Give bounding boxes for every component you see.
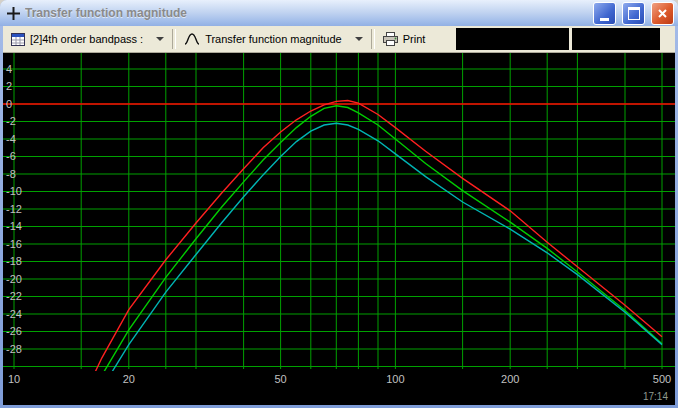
view-combobox[interactable]: Transfer function magnitude [179, 28, 368, 50]
svg-text:-24: -24 [6, 308, 22, 320]
toolbar-separator [172, 29, 176, 49]
svg-text:-26: -26 [6, 325, 22, 337]
svg-text:-18: -18 [6, 255, 22, 267]
project-combobox[interactable]: [2]4th order bandpass : [6, 28, 169, 50]
svg-text:-10: -10 [6, 185, 22, 197]
minimize-icon [600, 18, 609, 21]
window-title: Transfer function magnitude [25, 6, 587, 20]
svg-text:-16: -16 [6, 238, 22, 250]
print-button[interactable]: Print [378, 28, 431, 50]
svg-text:2: 2 [6, 80, 12, 92]
chevron-down-icon [355, 37, 363, 41]
svg-text:-4: -4 [6, 133, 16, 145]
svg-text:4: 4 [6, 63, 12, 75]
toolbar-display-panel [456, 28, 569, 50]
svg-text:-2: -2 [6, 115, 16, 127]
svg-text:10: 10 [8, 373, 20, 385]
crosshair-icon [7, 7, 20, 20]
maximize-button[interactable] [622, 2, 645, 25]
svg-text:-14: -14 [6, 220, 22, 232]
toolbar-display-panels [456, 28, 660, 50]
titlebar[interactable]: Transfer function magnitude [0, 0, 678, 26]
svg-text:-12: -12 [6, 203, 22, 215]
clock-text: 17:14 [643, 391, 668, 402]
close-button[interactable] [651, 2, 674, 25]
svg-text:20: 20 [123, 373, 135, 385]
waveform-icon [184, 32, 200, 46]
svg-text:-28: -28 [6, 343, 22, 355]
chevron-down-icon [156, 37, 164, 41]
close-icon [657, 8, 668, 19]
maximize-icon [628, 7, 640, 20]
grid-document-icon [11, 33, 25, 46]
svg-text:0: 0 [6, 98, 12, 110]
svg-text:50: 50 [274, 373, 286, 385]
print-button-label: Print [403, 33, 426, 45]
svg-text:200: 200 [501, 373, 519, 385]
printer-icon [383, 32, 398, 46]
view-combobox-label: Transfer function magnitude [205, 33, 342, 45]
toolbar: [2]4th order bandpass : Transfer functio… [3, 26, 675, 53]
toolbar-display-panel [572, 28, 660, 50]
svg-text:100: 100 [386, 373, 404, 385]
toolbar-separator [371, 29, 375, 49]
project-combobox-label: [2]4th order bandpass : [30, 33, 143, 45]
transfer-function-window: Transfer function magnitude [2]4th order… [0, 0, 678, 408]
svg-text:-22: -22 [6, 290, 22, 302]
minimize-button[interactable] [593, 2, 616, 25]
svg-text:-8: -8 [6, 168, 16, 180]
svg-text:-6: -6 [6, 150, 16, 162]
magnitude-plot: 420-2-4-6-8-10-12-14-16-18-20-22-24-26-2… [3, 53, 675, 405]
svg-text:-20: -20 [6, 273, 22, 285]
svg-text:500: 500 [653, 373, 671, 385]
chart-area: 420-2-4-6-8-10-12-14-16-18-20-22-24-26-2… [3, 53, 675, 405]
